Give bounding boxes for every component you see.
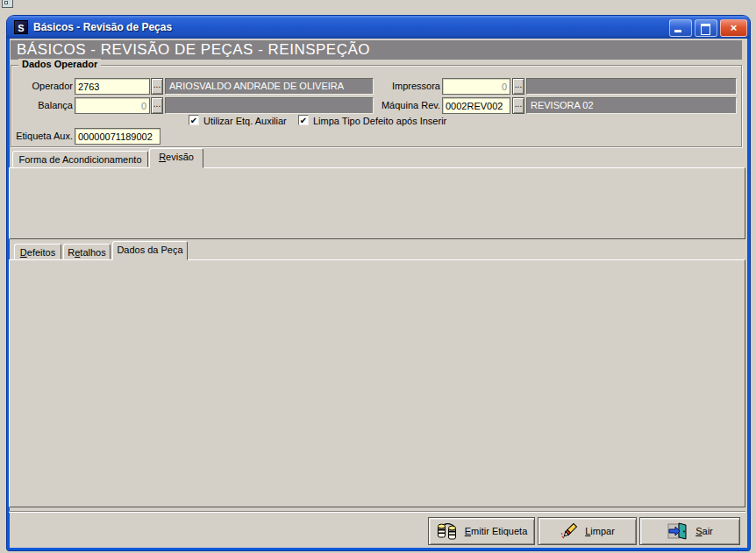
impressora-label: Impressora: [379, 81, 440, 91]
minimize-button[interactable]: [669, 19, 692, 37]
close-button[interactable]: ×: [720, 19, 747, 37]
app-icon: S: [14, 20, 28, 34]
impressora-desc-field: [526, 78, 737, 95]
operador-input[interactable]: [75, 78, 150, 95]
operador-browse-button[interactable]: ...: [151, 78, 163, 95]
maquina-rev-desc-field: REVISORA 02: [526, 97, 737, 114]
balanca-desc-field: [165, 97, 374, 114]
tab-label: Retalhos: [68, 247, 105, 258]
eraser-pencil-icon: [560, 522, 579, 540]
maquina-rev-label: Máquina Rev.: [375, 100, 440, 110]
operador-desc-field: ARIOSVALDO ANDRADE DE OLIVEIRA: [165, 78, 374, 95]
window-title: Básicos - Revisão de Peças: [33, 21, 172, 33]
balanca-browse-button[interactable]: ...: [151, 97, 163, 114]
etiqueta-aux-input[interactable]: [75, 128, 160, 145]
footer-separator: [9, 511, 745, 513]
maquina-rev-browse-button[interactable]: ...: [512, 97, 524, 114]
desktop: { "window": { "title": "Básicos - Revisã…: [0, 0, 756, 553]
tab-forma-de-acondicionamento[interactable]: Forma de Acondicionamento: [12, 151, 148, 167]
balanca-label: Balança: [16, 100, 73, 110]
maquina-rev-input[interactable]: [442, 97, 510, 114]
group-dados-operador-legend: Dados Operador: [18, 59, 101, 69]
desktop-icon-fragment: [2, 0, 13, 8]
tab-dados-da-peca[interactable]: Dados da Peça: [112, 241, 188, 260]
limpar-label: Limpar: [585, 526, 615, 536]
sair-label: Sair: [695, 526, 713, 536]
tab-retalhos[interactable]: Retalhos: [63, 244, 111, 259]
tab-label: Forma de Acondicionamento: [18, 154, 141, 165]
operador-label: Operador: [16, 81, 73, 91]
tab-revisao[interactable]: Revisão: [149, 148, 203, 168]
titlebar[interactable]: S Básicos - Revisão de Peças ×: [7, 16, 750, 39]
utilizar-etq-label: Utilizar Etq. Auxiliar: [203, 116, 309, 126]
tab-label: Revisão: [159, 152, 194, 162]
check-icon: ✔: [190, 116, 197, 125]
tab-defeitos[interactable]: Defeitos: [14, 244, 61, 259]
limpa-tipo-label: Limpa Tipo Defeito após Inserir: [313, 116, 471, 126]
limpar-button[interactable]: Limpar: [538, 517, 637, 545]
page-title: BÁSICOS - REVISÃO DE PEÇAS - REINSPEÇÃO: [11, 40, 742, 60]
utilizar-etq-checkbox[interactable]: ✔: [189, 115, 199, 125]
limpa-tipo-checkbox[interactable]: ✔: [298, 115, 309, 125]
check-icon: ✔: [300, 116, 307, 125]
tabpage-revisao: [9, 167, 745, 239]
app-window: S Básicos - Revisão de Peças × BÁSICOS -…: [7, 16, 750, 550]
maximize-button[interactable]: [695, 19, 717, 37]
tab-label: Dados da Peça: [117, 245, 182, 255]
label-rolls-icon: [436, 521, 459, 541]
maximize-icon: [701, 24, 710, 35]
impressora-input[interactable]: [442, 78, 510, 95]
emitir-etiqueta-label: Emitir Etiqueta: [465, 526, 528, 536]
etiqueta-aux-label: Etiqueta Aux.: [16, 131, 73, 141]
tabpage-dados-da-peca: [9, 259, 745, 507]
tab-label: Defeitos: [20, 247, 55, 258]
emitir-etiqueta-button[interactable]: Emitir Etiqueta: [428, 517, 535, 545]
close-icon: ×: [731, 21, 738, 34]
impressora-browse-button[interactable]: ...: [512, 78, 524, 95]
exit-door-icon: [667, 522, 689, 540]
minimize-icon: [674, 30, 681, 32]
sair-button[interactable]: Sair: [639, 517, 740, 545]
balanca-input[interactable]: [75, 97, 150, 114]
